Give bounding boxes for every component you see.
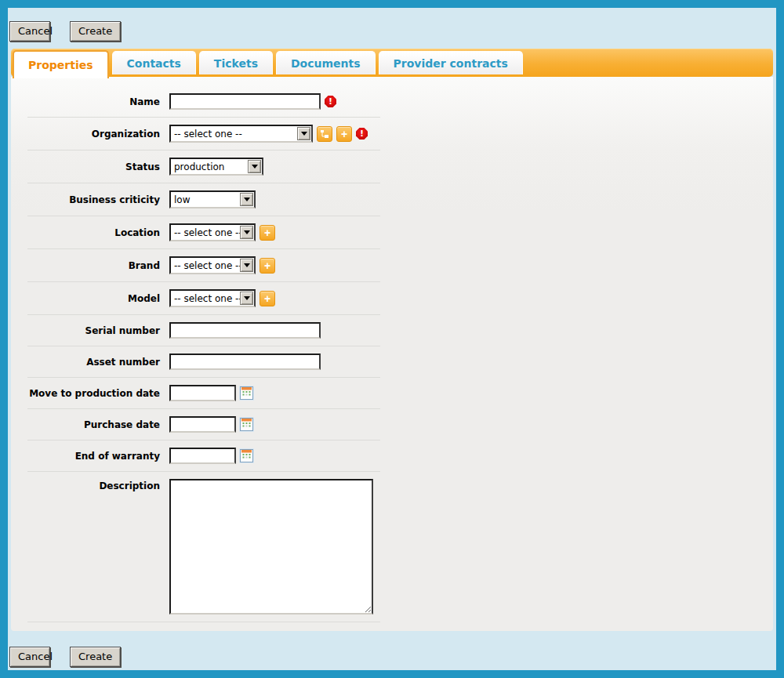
selected-value: -- select one -- [171, 129, 297, 140]
selected-value: -- select one -- [171, 260, 240, 271]
location-label: Location [27, 227, 169, 238]
app-window: Cancel Create Properties Contacts Ticket… [0, 0, 784, 678]
description-label: Description [27, 479, 169, 491]
form-row-name: Name ! [27, 86, 380, 118]
selected-value: -- select one -- [171, 227, 240, 238]
move-to-production-date-input[interactable] [169, 385, 236, 401]
selected-value: -- select one -- [171, 293, 240, 304]
business-criticity-select[interactable]: low [169, 190, 256, 208]
add-brand-button[interactable]: + [260, 258, 275, 274]
brand-select[interactable]: -- select one -- [169, 256, 256, 274]
end-of-warranty-label: End of warranty [27, 451, 169, 462]
calendar-icon [241, 419, 252, 429]
organization-select[interactable]: -- select one -- [169, 125, 313, 143]
tab-contacts[interactable]: Contacts [112, 51, 196, 74]
tab-bar: Properties Contacts Tickets Documents Pr… [11, 49, 773, 77]
name-label: Name [27, 96, 169, 107]
calendar-icon [241, 450, 252, 460]
create-button[interactable]: Create [70, 21, 121, 42]
purchase-date-input[interactable] [169, 416, 236, 433]
serial-number-label: Serial number [27, 325, 169, 336]
tab-properties[interactable]: Properties [13, 50, 109, 78]
form-row-business-criticity: Business criticity low [27, 183, 380, 216]
move-to-production-date-label: Move to production date [27, 388, 169, 399]
name-input[interactable] [169, 93, 321, 110]
plus-icon: + [264, 227, 270, 239]
calendar-picker-button[interactable] [240, 418, 253, 431]
serial-number-input[interactable] [169, 322, 321, 339]
description-textarea[interactable] [169, 479, 373, 615]
dropdown-arrow-icon[interactable] [240, 292, 253, 305]
dropdown-arrow-icon[interactable] [240, 226, 253, 239]
calendar-picker-button[interactable] [240, 449, 253, 462]
calendar-icon [241, 387, 252, 397]
form-row-end-of-warranty: End of warranty [27, 441, 380, 472]
cancel-button[interactable]: Cancel [9, 647, 50, 667]
form-row-purchase-date: Purchase date [27, 409, 380, 441]
plus-icon: + [264, 259, 270, 272]
end-of-warranty-input[interactable] [169, 448, 236, 464]
model-select[interactable]: -- select one -- [169, 289, 256, 307]
asset-number-label: Asset number [27, 357, 169, 368]
status-select[interactable]: production [169, 158, 263, 176]
form-row-asset-number: Asset number [27, 346, 380, 378]
plus-icon: + [264, 292, 270, 305]
mandatory-icon: ! [325, 96, 336, 107]
selected-value: production [171, 161, 248, 172]
dropdown-arrow-icon[interactable] [248, 160, 261, 173]
organization-label: Organization [27, 129, 169, 140]
form-row-model: Model -- select one -- + [27, 282, 380, 315]
hierarchy-icon [320, 129, 329, 139]
brand-label: Brand [27, 260, 169, 271]
plus-icon: + [341, 128, 347, 140]
cancel-button[interactable]: Cancel [9, 21, 50, 42]
business-criticity-label: Business criticity [27, 194, 169, 205]
model-label: Model [27, 293, 169, 304]
add-model-button[interactable]: + [260, 291, 275, 306]
calendar-picker-button[interactable] [240, 386, 253, 400]
dropdown-arrow-icon[interactable] [240, 259, 253, 272]
tab-provider-contracts[interactable]: Provider contracts [379, 51, 523, 74]
tab-tickets[interactable]: Tickets [199, 51, 273, 74]
mandatory-icon: ! [356, 128, 368, 140]
form-row-serial-number: Serial number [27, 315, 380, 346]
form-row-status: Status production [27, 150, 380, 183]
location-select[interactable]: -- select one -- [169, 223, 256, 241]
dropdown-arrow-icon[interactable] [297, 127, 310, 140]
form-row-location: Location -- select one -- + [27, 216, 380, 249]
create-button[interactable]: Create [70, 647, 121, 667]
form-row-move-to-production-date: Move to production date [27, 378, 380, 409]
purchase-date-label: Purchase date [27, 419, 169, 430]
form-row-description: Description [27, 472, 380, 622]
form-row-brand: Brand -- select one -- + [27, 249, 380, 282]
hierarchy-browse-button[interactable] [317, 126, 332, 142]
form-row-organization: Organization -- select one -- + [27, 118, 380, 150]
add-location-button[interactable]: + [260, 225, 275, 241]
selected-value: low [171, 194, 240, 205]
properties-form: Name ! Organization -- select one -- [11, 77, 773, 631]
status-label: Status [27, 161, 169, 172]
asset-number-input[interactable] [169, 354, 321, 370]
add-organization-button[interactable]: + [336, 126, 352, 142]
tab-documents[interactable]: Documents [276, 51, 376, 74]
dropdown-arrow-icon[interactable] [240, 193, 253, 206]
